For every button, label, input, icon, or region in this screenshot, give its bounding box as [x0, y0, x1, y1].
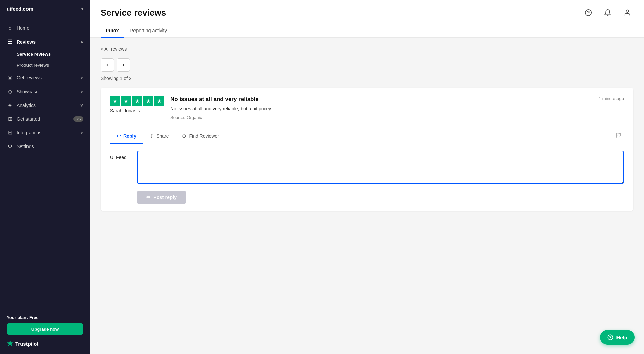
find-reviewer-icon: ⊙: [182, 133, 186, 139]
star-3: ★: [132, 96, 142, 106]
get-started-badge: 3/5: [73, 116, 83, 122]
review-time: 1 minute ago: [599, 96, 624, 101]
action-tab-reply[interactable]: ↩ Reply: [110, 128, 143, 144]
analytics-icon: ◈: [7, 102, 13, 108]
post-reply-section: ✏ Post reply: [101, 191, 633, 211]
trustpilot-logo: ★ Trustpilot: [7, 339, 83, 348]
help-button[interactable]: Help: [600, 330, 635, 345]
sidebar-item-label: Reviews: [17, 39, 77, 45]
trustpilot-label: Trustpilot: [15, 341, 38, 347]
review-source: Source: Organic: [170, 115, 599, 120]
sidebar-item-label: Analytics: [17, 103, 77, 108]
bell-icon: [604, 9, 611, 16]
sidebar-item-label: Get reviews: [17, 75, 77, 80]
help-icon-button[interactable]: [582, 7, 594, 19]
top-header: Service reviews: [90, 0, 644, 23]
reply-icon: ↩: [117, 133, 121, 139]
help-circle-icon: [607, 334, 613, 340]
get-reviews-icon: ◎: [7, 74, 13, 81]
reply-label: UI Feed: [110, 151, 130, 160]
arrow-left-icon: [105, 62, 110, 68]
page-title: Service reviews: [101, 8, 166, 18]
star-4: ★: [143, 96, 153, 106]
sidebar-item-home[interactable]: ⌂ Home: [0, 21, 90, 35]
sidebar-item-showcase[interactable]: ◇ Showcase ∨: [0, 84, 90, 98]
home-icon: ⌂: [7, 25, 13, 31]
action-tab-share[interactable]: ⇧ Share: [143, 128, 175, 144]
get-started-icon: ⊞: [7, 116, 13, 122]
sidebar-item-settings[interactable]: ⚙ Settings: [0, 139, 90, 153]
sidebar-nav: ⌂ Home ☰ Reviews ∧ Service reviews Produ…: [0, 18, 90, 309]
review-card: ★ ★ ★ ★ ★ Sarah Jonas ∨: [101, 88, 633, 211]
reviewer-dropdown-icon: ∨: [138, 109, 141, 113]
upgrade-button[interactable]: Upgrade now: [7, 323, 83, 335]
review-title: No issues at all and very reliable: [170, 96, 599, 103]
plan-text: Your plan: Free: [7, 315, 83, 320]
back-link[interactable]: < All reviews: [101, 46, 127, 52]
sidebar-item-integrations[interactable]: ⊟ Integrations ∨: [0, 126, 90, 139]
sidebar-item-analytics[interactable]: ◈ Analytics ∨: [0, 98, 90, 112]
sidebar-sub-label: Product reviews: [17, 63, 49, 68]
showing-count: Showing 1 of 2: [101, 76, 633, 81]
header-icons: [582, 7, 633, 19]
chevron-down-icon: ∨: [80, 130, 83, 135]
brand-chevron-icon: ▾: [81, 7, 83, 11]
tab-reporting-activity[interactable]: Reporting activity: [124, 23, 172, 37]
notifications-button[interactable]: [602, 7, 614, 19]
reply-textarea[interactable]: [137, 151, 624, 184]
sidebar-item-label: Showcase: [17, 89, 77, 94]
stars-and-reviewer: ★ ★ ★ ★ ★ Sarah Jonas ∨: [110, 96, 164, 120]
sidebar-item-label: Get started: [17, 116, 70, 122]
star-5: ★: [154, 96, 164, 106]
flag-icon: [616, 133, 621, 138]
sidebar-footer: Your plan: Free Upgrade now ★ Trustpilot: [0, 309, 90, 354]
integrations-icon: ⊟: [7, 129, 13, 136]
flag-button[interactable]: [613, 130, 624, 142]
review-actions: ↩ Reply ⇧ Share ⊙ Find Reviewer: [101, 128, 633, 144]
review-header: ★ ★ ★ ★ ★ Sarah Jonas ∨: [110, 96, 624, 120]
settings-icon: ⚙: [7, 143, 13, 150]
sidebar-item-label: Home: [17, 25, 83, 31]
plan-type: Free: [29, 315, 38, 320]
star-1: ★: [110, 96, 120, 106]
sidebar-item-reviews[interactable]: ☰ Reviews ∧: [0, 35, 90, 49]
sidebar-item-get-started[interactable]: ⊞ Get started 3/5: [0, 112, 90, 126]
reviewer-name[interactable]: Sarah Jonas ∨: [110, 108, 164, 113]
reviews-icon: ☰: [7, 39, 13, 45]
star-2: ★: [121, 96, 131, 106]
question-mark-icon: [585, 9, 592, 16]
brand-name: uifeed.com: [7, 6, 33, 12]
review-nav-arrows: [101, 58, 633, 72]
star-rating: ★ ★ ★ ★ ★: [110, 96, 164, 106]
chevron-down-icon: ∨: [80, 89, 83, 94]
arrow-right-icon: [121, 62, 126, 68]
sidebar-brand[interactable]: uifeed.com ▾: [0, 0, 90, 18]
chevron-up-icon: ∧: [80, 40, 83, 44]
trustpilot-star-icon: ★: [7, 339, 13, 348]
sidebar: uifeed.com ▾ ⌂ Home ☰ Reviews ∧ Service …: [0, 0, 90, 354]
sidebar-item-product-reviews[interactable]: Product reviews: [0, 60, 90, 71]
main-content: Service reviews: [90, 0, 644, 354]
post-reply-button[interactable]: ✏ Post reply: [137, 191, 186, 204]
next-review-button[interactable]: [117, 58, 130, 72]
sidebar-item-label: Settings: [17, 144, 83, 149]
tab-bar: Inbox Reporting activity: [90, 23, 644, 38]
review-main: ★ ★ ★ ★ ★ Sarah Jonas ∨: [101, 88, 633, 128]
content-area: < All reviews Showing 1 of 2: [90, 38, 644, 354]
review-text-content: No issues at all and very reliable No is…: [170, 96, 599, 120]
pencil-icon: ✏: [146, 195, 151, 200]
user-icon: [624, 9, 631, 16]
review-body: No issues at all and very reliable, but …: [170, 105, 599, 112]
chevron-down-icon: ∨: [80, 75, 83, 80]
sidebar-item-label: Integrations: [17, 130, 77, 135]
share-icon: ⇧: [150, 133, 154, 139]
reply-area: UI Feed: [101, 144, 633, 191]
tab-inbox[interactable]: Inbox: [101, 23, 124, 37]
sidebar-item-get-reviews[interactable]: ◎ Get reviews ∨: [0, 71, 90, 84]
user-profile-button[interactable]: [621, 7, 633, 19]
review-left: ★ ★ ★ ★ ★ Sarah Jonas ∨: [110, 96, 599, 120]
sidebar-item-service-reviews[interactable]: Service reviews: [0, 49, 90, 60]
prev-review-button[interactable]: [101, 58, 114, 72]
svg-point-2: [626, 10, 628, 12]
action-tab-find-reviewer[interactable]: ⊙ Find Reviewer: [175, 128, 225, 144]
